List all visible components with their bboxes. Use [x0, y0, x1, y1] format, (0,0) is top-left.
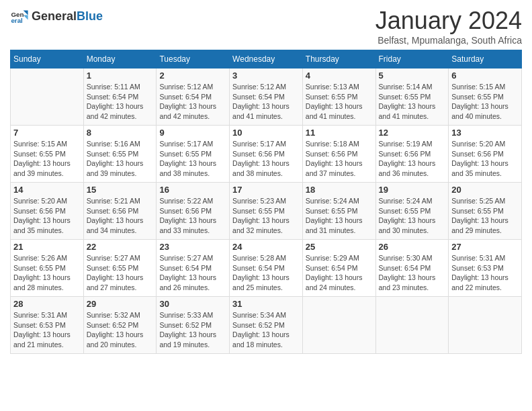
day-number: 21	[13, 242, 81, 252]
cell-info: Sunrise: 5:33 AM Sunset: 6:52 PM Dayligh…	[159, 310, 226, 350]
day-header-monday: Monday	[83, 50, 157, 68]
day-number: 27	[451, 242, 519, 252]
day-number: 23	[159, 242, 226, 252]
cell-info: Sunrise: 5:34 AM Sunset: 6:52 PM Dayligh…	[232, 310, 300, 350]
calendar-cell: 16Sunrise: 5:22 AM Sunset: 6:56 PM Dayli…	[157, 183, 230, 240]
calendar-cell: 10Sunrise: 5:17 AM Sunset: 6:56 PM Dayli…	[230, 126, 303, 183]
day-number: 1	[87, 71, 154, 81]
day-number: 25	[306, 242, 373, 252]
title-area: January 2024 Belfast, Mpumalanga, South …	[375, 7, 522, 46]
day-header-tuesday: Tuesday	[157, 50, 230, 68]
day-number: 5	[379, 71, 446, 81]
calendar-cell: 30Sunrise: 5:33 AM Sunset: 6:52 PM Dayli…	[157, 297, 230, 354]
day-header-wednesday: Wednesday	[230, 50, 303, 68]
calendar-cell	[449, 297, 522, 354]
svg-text:eral: eral	[11, 17, 23, 24]
calendar-cell: 13Sunrise: 5:20 AM Sunset: 6:56 PM Dayli…	[449, 126, 522, 183]
day-number: 22	[87, 242, 154, 252]
calendar-cell: 29Sunrise: 5:32 AM Sunset: 6:52 PM Dayli…	[83, 297, 157, 354]
cell-info: Sunrise: 5:11 AM Sunset: 6:54 PM Dayligh…	[87, 82, 154, 122]
calendar-cell: 24Sunrise: 5:28 AM Sunset: 6:54 PM Dayli…	[230, 240, 303, 297]
day-header-saturday: Saturday	[449, 50, 522, 68]
cell-info: Sunrise: 5:20 AM Sunset: 6:56 PM Dayligh…	[13, 196, 81, 236]
day-number: 16	[159, 185, 226, 195]
cell-info: Sunrise: 5:12 AM Sunset: 6:54 PM Dayligh…	[159, 82, 226, 122]
day-number: 6	[451, 71, 519, 81]
cell-info: Sunrise: 5:32 AM Sunset: 6:52 PM Dayligh…	[87, 310, 154, 350]
cell-info: Sunrise: 5:15 AM Sunset: 6:55 PM Dayligh…	[451, 82, 519, 122]
calendar-cell: 11Sunrise: 5:18 AM Sunset: 6:56 PM Dayli…	[302, 126, 375, 183]
cell-info: Sunrise: 5:18 AM Sunset: 6:56 PM Dayligh…	[306, 139, 373, 179]
subtitle: Belfast, Mpumalanga, South Africa	[375, 35, 522, 46]
calendar-cell: 15Sunrise: 5:21 AM Sunset: 6:56 PM Dayli…	[83, 183, 157, 240]
day-header-sunday: Sunday	[11, 50, 84, 68]
logo: Gen eral GeneralBlue	[10, 7, 103, 26]
calendar-cell: 31Sunrise: 5:34 AM Sunset: 6:52 PM Dayli…	[230, 297, 303, 354]
calendar-table: SundayMondayTuesdayWednesdayThursdayFrid…	[10, 50, 522, 354]
day-number: 12	[379, 128, 446, 138]
cell-info: Sunrise: 5:19 AM Sunset: 6:56 PM Dayligh…	[379, 139, 446, 179]
day-number: 24	[232, 242, 300, 252]
calendar-cell: 2Sunrise: 5:12 AM Sunset: 6:54 PM Daylig…	[157, 68, 230, 126]
day-number: 2	[159, 71, 226, 81]
day-number: 30	[159, 299, 226, 309]
calendar-cell: 19Sunrise: 5:24 AM Sunset: 6:55 PM Dayli…	[375, 183, 449, 240]
calendar-cell: 5Sunrise: 5:14 AM Sunset: 6:55 PM Daylig…	[375, 68, 449, 126]
day-number: 18	[306, 185, 373, 195]
day-number: 10	[232, 128, 300, 138]
calendar-cell: 23Sunrise: 5:27 AM Sunset: 6:54 PM Dayli…	[157, 240, 230, 297]
cell-info: Sunrise: 5:17 AM Sunset: 6:55 PM Dayligh…	[159, 139, 226, 179]
cell-info: Sunrise: 5:27 AM Sunset: 6:54 PM Dayligh…	[159, 253, 226, 293]
cell-info: Sunrise: 5:15 AM Sunset: 6:55 PM Dayligh…	[13, 139, 81, 179]
calendar-cell: 7Sunrise: 5:15 AM Sunset: 6:55 PM Daylig…	[11, 126, 84, 183]
calendar-cell: 14Sunrise: 5:20 AM Sunset: 6:56 PM Dayli…	[11, 183, 84, 240]
cell-info: Sunrise: 5:29 AM Sunset: 6:54 PM Dayligh…	[306, 253, 373, 293]
cell-info: Sunrise: 5:31 AM Sunset: 6:53 PM Dayligh…	[13, 310, 81, 350]
header-row: SundayMondayTuesdayWednesdayThursdayFrid…	[11, 50, 522, 68]
cell-info: Sunrise: 5:16 AM Sunset: 6:55 PM Dayligh…	[87, 139, 154, 179]
cell-info: Sunrise: 5:26 AM Sunset: 6:55 PM Dayligh…	[13, 253, 81, 293]
day-number: 19	[379, 185, 446, 195]
calendar-cell: 12Sunrise: 5:19 AM Sunset: 6:56 PM Dayli…	[375, 126, 449, 183]
logo-general: General	[32, 9, 77, 23]
day-number: 26	[379, 242, 446, 252]
calendar-cell: 17Sunrise: 5:23 AM Sunset: 6:55 PM Dayli…	[230, 183, 303, 240]
calendar-cell: 27Sunrise: 5:31 AM Sunset: 6:53 PM Dayli…	[449, 240, 522, 297]
cell-info: Sunrise: 5:13 AM Sunset: 6:55 PM Dayligh…	[306, 82, 373, 122]
calendar-cell	[375, 297, 449, 354]
day-number: 9	[159, 128, 226, 138]
cell-info: Sunrise: 5:14 AM Sunset: 6:55 PM Dayligh…	[379, 82, 446, 122]
week-row-1: 1Sunrise: 5:11 AM Sunset: 6:54 PM Daylig…	[11, 68, 522, 126]
cell-info: Sunrise: 5:27 AM Sunset: 6:55 PM Dayligh…	[87, 253, 154, 293]
svg-marker-3	[24, 15, 28, 20]
cell-info: Sunrise: 5:23 AM Sunset: 6:55 PM Dayligh…	[232, 196, 300, 236]
calendar-cell: 20Sunrise: 5:25 AM Sunset: 6:55 PM Dayli…	[449, 183, 522, 240]
week-row-4: 21Sunrise: 5:26 AM Sunset: 6:55 PM Dayli…	[11, 240, 522, 297]
day-number: 14	[13, 185, 81, 195]
calendar-cell: 4Sunrise: 5:13 AM Sunset: 6:55 PM Daylig…	[302, 68, 375, 126]
day-number: 28	[13, 299, 81, 309]
day-number: 8	[87, 128, 154, 138]
calendar-cell: 8Sunrise: 5:16 AM Sunset: 6:55 PM Daylig…	[83, 126, 157, 183]
calendar-cell	[11, 68, 84, 126]
day-number: 15	[87, 185, 154, 195]
week-row-5: 28Sunrise: 5:31 AM Sunset: 6:53 PM Dayli…	[11, 297, 522, 354]
svg-marker-2	[24, 11, 28, 15]
calendar-cell: 6Sunrise: 5:15 AM Sunset: 6:55 PM Daylig…	[449, 68, 522, 126]
cell-info: Sunrise: 5:30 AM Sunset: 6:54 PM Dayligh…	[379, 253, 446, 293]
calendar-cell: 3Sunrise: 5:12 AM Sunset: 6:54 PM Daylig…	[230, 68, 303, 126]
calendar-cell: 26Sunrise: 5:30 AM Sunset: 6:54 PM Dayli…	[375, 240, 449, 297]
cell-info: Sunrise: 5:22 AM Sunset: 6:56 PM Dayligh…	[159, 196, 226, 236]
calendar-cell: 28Sunrise: 5:31 AM Sunset: 6:53 PM Dayli…	[11, 297, 84, 354]
calendar-cell	[302, 297, 375, 354]
week-row-3: 14Sunrise: 5:20 AM Sunset: 6:56 PM Dayli…	[11, 183, 522, 240]
day-number: 13	[451, 128, 519, 138]
calendar-cell: 1Sunrise: 5:11 AM Sunset: 6:54 PM Daylig…	[83, 68, 157, 126]
day-header-thursday: Thursday	[302, 50, 375, 68]
header: Gen eral GeneralBlue January 2024 Belfas…	[10, 7, 522, 46]
logo-icon: Gen eral	[10, 7, 29, 26]
day-number: 29	[87, 299, 154, 309]
calendar-cell: 25Sunrise: 5:29 AM Sunset: 6:54 PM Dayli…	[302, 240, 375, 297]
month-title: January 2024	[375, 7, 522, 35]
calendar-cell: 21Sunrise: 5:26 AM Sunset: 6:55 PM Dayli…	[11, 240, 84, 297]
